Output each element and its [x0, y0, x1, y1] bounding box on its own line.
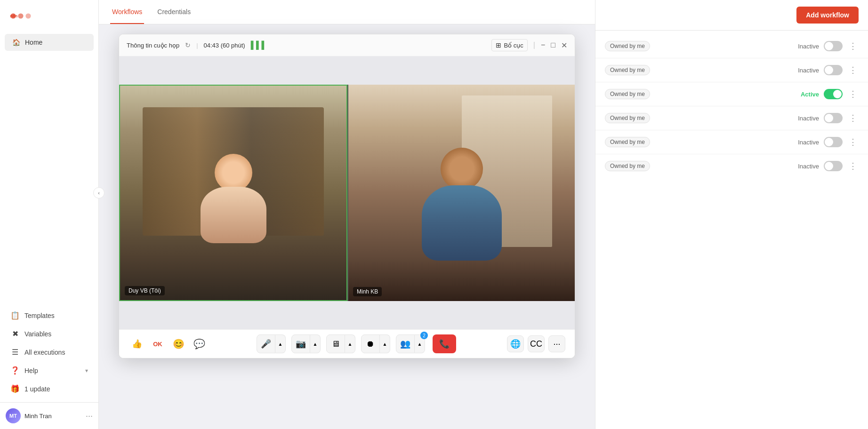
sidebar-item-executions[interactable]: ☰ All executions [5, 343, 94, 361]
video-bottom-space [119, 301, 575, 329]
camera-control-group: 📷 ▲ [291, 334, 321, 353]
thumbs-up-button[interactable]: 👍 [129, 335, 145, 352]
more-options-button[interactable]: ··· [548, 335, 565, 352]
layout-label: Bố cục [504, 42, 523, 49]
grid-icon: ⊞ [496, 41, 501, 49]
workflow-controls: Inactive ⋮ [798, 137, 859, 147]
home-icon: 🏠 [12, 39, 20, 46]
refresh-icon[interactable]: ↻ [185, 41, 191, 49]
user-more-button[interactable]: ··· [86, 411, 93, 421]
close-icon[interactable]: ✕ [561, 41, 567, 50]
owned-badge: Owned by me [605, 41, 650, 51]
reactions-controls: 👍 OK 😊 💬 [129, 335, 208, 352]
owned-badge: Owned by me [605, 65, 650, 75]
right-header: Add workflow [595, 0, 868, 31]
sidebar-home-label: Home [25, 39, 42, 46]
toggle-switch[interactable] [824, 41, 843, 51]
mic-expand-button[interactable]: ▲ [275, 334, 286, 353]
camera-button[interactable]: 📷 [291, 334, 310, 353]
help-icon: ❓ [10, 366, 20, 375]
workflow-controls: Inactive ⋮ [798, 161, 859, 171]
share-expand-button[interactable]: ▲ [345, 334, 355, 353]
sidebar-item-updates[interactable]: 🎁 1 update [5, 380, 94, 397]
status-label: Active [801, 91, 819, 98]
captions-button[interactable]: CC [528, 335, 545, 352]
templates-label: Templates [24, 312, 55, 319]
status-label: Inactive [798, 139, 819, 146]
video-top-space [119, 56, 575, 85]
workflow-more-button[interactable]: ⋮ [847, 113, 859, 123]
workflow-controls: Inactive ⋮ [798, 113, 859, 123]
signal-icon: ▌▌▌ [251, 41, 267, 49]
sidebar-item-home[interactable]: 🏠 Home [5, 34, 94, 51]
video-window: Thông tin cuộc họp ↻ | 04:43 (60 phút) ▌… [119, 34, 575, 358]
help-label: Help [24, 367, 38, 374]
executions-label: All executions [24, 349, 65, 356]
divider: | [533, 41, 535, 49]
toggle-switch[interactable] [824, 89, 843, 99]
sidebar-item-help[interactable]: ❓ Help ▾ [5, 362, 94, 379]
right-controls: 🌐 CC ··· [507, 335, 565, 352]
owned-badge: Owned by me [605, 89, 650, 99]
sidebar-item-variables[interactable]: ✖ Variables [5, 325, 94, 342]
workflow-row: Owned by me Inactive ⋮ [595, 58, 868, 82]
sidebar-item-templates[interactable]: 📋 Templates [5, 307, 94, 324]
minimize-icon[interactable]: − [541, 41, 545, 49]
status-label: Inactive [798, 67, 819, 74]
workflow-more-button[interactable]: ⋮ [847, 161, 859, 171]
video-titlebar: Thông tin cuộc họp ↻ | 04:43 (60 phút) ▌… [119, 34, 575, 56]
user-info: MT Minh Tran [6, 408, 52, 423]
participant-right-name: Minh KB [353, 287, 382, 296]
toggle-switch[interactable] [824, 113, 843, 123]
mic-button[interactable]: 🎤 [257, 334, 275, 353]
video-participant-left: Duy VB (Tôi) [119, 85, 347, 301]
variables-icon: ✖ [10, 329, 20, 338]
sidebar-collapse-button[interactable]: ‹ [93, 187, 104, 199]
add-workflow-button[interactable]: Add workflow [796, 7, 859, 24]
participants-control-group: 👥 2 ▲ [396, 334, 425, 353]
toggle-switch[interactable] [824, 137, 843, 147]
ok-button[interactable]: OK [149, 335, 166, 352]
tab-credentials[interactable]: Credentials [155, 0, 193, 24]
user-name: Minh Tran [24, 413, 52, 420]
workflow-more-button[interactable]: ⋮ [847, 65, 859, 75]
toggle-switch[interactable] [824, 161, 843, 171]
templates-icon: 📋 [10, 311, 20, 320]
workflow-more-button[interactable]: ⋮ [847, 137, 859, 147]
end-call-button[interactable]: 📞 [433, 334, 456, 353]
tab-workflows[interactable]: Workflows [110, 0, 144, 24]
video-call-overlay: Thông tin cuộc họp ↻ | 04:43 (60 phút) ▌… [99, 24, 595, 368]
video-timer: 04:43 (60 phút) [204, 42, 245, 49]
variables-label: Variables [24, 330, 51, 338]
video-titlebar-left: Thông tin cuộc họp ↻ | 04:43 (60 phút) ▌… [127, 41, 267, 49]
updates-label: 1 update [24, 385, 50, 393]
video-title: Thông tin cuộc họp [127, 42, 179, 49]
workflow-controls: Active ⋮ [801, 89, 859, 99]
participant-left-name: Duy VB (Tôi) [125, 286, 165, 295]
emoji-button[interactable]: 😊 [170, 335, 187, 352]
record-button[interactable]: ⏺ [361, 334, 380, 353]
layout-button[interactable]: ⊞ Bố cục [491, 39, 528, 51]
main-content: Workflows Credentials Thông tin cuộc họp… [99, 0, 868, 429]
camera-expand-button[interactable]: ▲ [310, 334, 321, 353]
video-controls-bar: 👍 OK 😊 💬 🎤 ▲ 📷 ▲ [119, 329, 575, 358]
owned-badge: Owned by me [605, 161, 650, 171]
maximize-icon[interactable]: □ [551, 41, 555, 49]
workflow-more-button[interactable]: ⋮ [847, 41, 859, 51]
toggle-switch[interactable] [824, 65, 843, 75]
owned-badge: Owned by me [605, 137, 650, 147]
sidebar-bottom: MT Minh Tran ··· [0, 402, 98, 429]
workflow-row: Owned by me Inactive ⋮ [595, 34, 868, 58]
svg-point-1 [18, 13, 23, 18]
status-label: Inactive [798, 43, 819, 50]
owned-badge: Owned by me [605, 113, 650, 123]
participants-button[interactable]: 👥 [396, 334, 415, 353]
share-screen-button[interactable]: 🖥 [326, 334, 345, 353]
record-expand-button[interactable]: ▲ [380, 334, 390, 353]
globe-button[interactable]: 🌐 [507, 335, 524, 352]
workflow-row: Owned by me Active ⋮ [595, 82, 868, 106]
chat-bubble-button[interactable]: 💬 [191, 335, 208, 352]
share-screen-control-group: 🖥 ▲ [326, 334, 355, 353]
record-control-group: ⏺ ▲ [361, 334, 390, 353]
workflow-more-button[interactable]: ⋮ [847, 89, 859, 99]
